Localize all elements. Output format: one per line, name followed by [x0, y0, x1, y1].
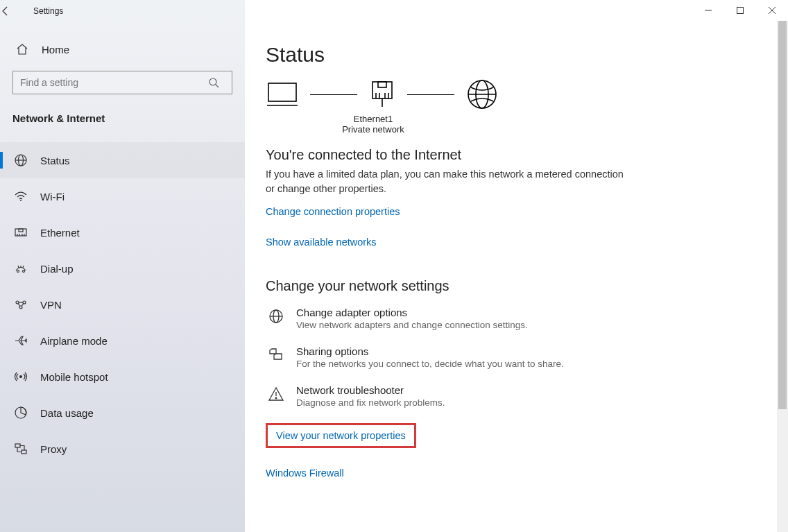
- option-desc: Diagnose and fix network problems.: [296, 397, 445, 408]
- option-desc: View network adapters and change connect…: [296, 320, 528, 330]
- globe-icon: [465, 78, 499, 111]
- nav-item-hotspot[interactable]: Mobile hotspot: [0, 359, 245, 395]
- diagram-line: [310, 94, 357, 95]
- svg-line-5: [216, 85, 219, 87]
- nav-label: Ethernet: [40, 227, 80, 239]
- option-desc: For the networks you connect to, decide …: [296, 359, 564, 369]
- sidebar: Home Network & Internet Status Wi-Fi: [0, 0, 245, 532]
- link-show-available-networks[interactable]: Show available networks: [266, 237, 377, 248]
- nav-label: VPN: [40, 299, 62, 311]
- nav-item-dialup[interactable]: Dial-up: [0, 250, 245, 286]
- change-settings-heading: Change your network settings: [266, 278, 760, 294]
- nav-item-vpn[interactable]: VPN: [0, 286, 245, 323]
- svg-rect-11: [19, 229, 23, 232]
- troubleshooter-icon: [266, 384, 286, 402]
- svg-rect-1: [737, 8, 744, 14]
- link-change-connection-properties[interactable]: Change connection properties: [266, 206, 400, 217]
- nav-item-ethernet[interactable]: Ethernet: [0, 214, 245, 250]
- nav-item-datausage[interactable]: Data usage: [0, 395, 245, 431]
- link-windows-firewall[interactable]: Windows Firewall: [266, 467, 344, 479]
- status-icon: [12, 153, 29, 167]
- link-view-network-properties[interactable]: View your network properties: [276, 430, 406, 441]
- svg-line-24: [18, 304, 20, 307]
- connection-label: Ethernet1 Private network: [266, 114, 481, 135]
- adapter-icon: [368, 79, 396, 110]
- nav-label: Dial-up: [40, 263, 74, 275]
- svg-line-20: [23, 266, 24, 268]
- svg-rect-31: [268, 83, 296, 101]
- connected-heading: You're connected to the Internet: [266, 147, 760, 163]
- home-label: Home: [42, 44, 69, 55]
- proxy-icon: [12, 442, 29, 456]
- scrollbar-thumb[interactable]: [778, 21, 787, 409]
- window-title: Settings: [33, 6, 63, 16]
- sharing-icon: [266, 345, 286, 363]
- svg-rect-30: [22, 450, 26, 454]
- nav-label: Data usage: [40, 407, 94, 419]
- svg-point-16: [17, 271, 19, 273]
- connected-body: If you have a limited data plan, you can…: [266, 167, 626, 196]
- nav-label: Wi-Fi: [40, 191, 65, 203]
- dialup-icon: [12, 261, 29, 275]
- nav-list: Status Wi-Fi Ethernet Dial-up: [0, 142, 245, 467]
- connection-type: Private network: [266, 124, 481, 135]
- svg-line-19: [18, 266, 19, 268]
- pc-icon: [266, 80, 299, 108]
- option-title: Change adapter options: [296, 307, 528, 318]
- svg-rect-29: [15, 444, 20, 447]
- svg-point-27: [20, 376, 22, 378]
- section-title: Network & Internet: [0, 107, 245, 131]
- ethernet-icon: [12, 225, 29, 239]
- nav-label: Proxy: [40, 443, 67, 455]
- connection-name: Ethernet1: [266, 114, 481, 124]
- adapter-options-icon: [266, 307, 286, 325]
- main-content: Status Ethernet1 Private network You're …: [245, 0, 788, 532]
- titlebar: Settings: [0, 0, 788, 22]
- svg-point-47: [275, 397, 277, 399]
- home-icon: [14, 43, 31, 55]
- svg-point-9: [20, 200, 22, 201]
- maximize-button[interactable]: [724, 0, 756, 21]
- option-sharing[interactable]: Sharing options For the networks you con…: [266, 345, 682, 369]
- close-button[interactable]: [756, 0, 788, 21]
- home-nav[interactable]: Home: [0, 36, 245, 62]
- network-diagram: [266, 78, 760, 111]
- option-title: Network troubleshooter: [296, 384, 445, 396]
- option-title: Sharing options: [296, 345, 564, 357]
- hotspot-icon: [12, 370, 29, 384]
- diagram-line: [407, 94, 454, 95]
- datausage-icon: [12, 406, 29, 420]
- wifi-icon: [12, 189, 29, 203]
- airplane-icon: [12, 334, 29, 347]
- nav-label: Airplane mode: [40, 335, 108, 347]
- nav-label: Status: [40, 155, 70, 166]
- highlight-view-properties: View your network properties: [266, 423, 416, 448]
- nav-item-status[interactable]: Status: [0, 142, 245, 178]
- page-heading: Status: [266, 43, 760, 67]
- search-input[interactable]: [13, 77, 208, 88]
- back-button[interactable]: [0, 6, 33, 17]
- minimize-button[interactable]: [692, 0, 724, 21]
- svg-rect-34: [378, 82, 386, 87]
- search-box[interactable]: [12, 71, 232, 94]
- nav-item-airplane[interactable]: Airplane mode: [0, 323, 245, 359]
- svg-point-17: [23, 271, 25, 273]
- nav-label: Mobile hotspot: [40, 371, 108, 383]
- svg-line-25: [22, 304, 24, 307]
- vpn-icon: [12, 298, 29, 311]
- nav-item-wifi[interactable]: Wi-Fi: [0, 178, 245, 214]
- search-icon: [208, 77, 232, 88]
- option-adapter[interactable]: Change adapter options View network adap…: [266, 307, 682, 330]
- nav-item-proxy[interactable]: Proxy: [0, 431, 245, 467]
- option-troubleshooter[interactable]: Network troubleshooter Diagnose and fix …: [266, 384, 682, 408]
- svg-point-4: [209, 78, 216, 85]
